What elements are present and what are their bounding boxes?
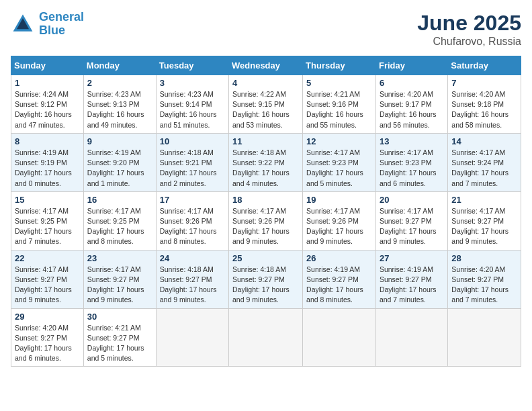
calendar-cell: 15Sunrise: 4:17 AM Sunset: 9:25 PM Dayli… [11, 191, 84, 250]
header: General Blue June 2025 Chufarovo, Russia [11, 11, 521, 48]
calendar-cell: 8Sunrise: 4:19 AM Sunset: 9:19 PM Daylig… [11, 133, 84, 191]
logo-text: General Blue [39, 11, 84, 38]
day-info: Sunrise: 4:17 AM Sunset: 9:23 PM Dayligh… [306, 148, 372, 189]
day-number: 28 [451, 253, 517, 263]
calendar-cell: 14Sunrise: 4:17 AM Sunset: 9:24 PM Dayli… [448, 133, 521, 191]
calendar-cell: 10Sunrise: 4:18 AM Sunset: 9:21 PM Dayli… [156, 133, 228, 191]
day-number: 2 [87, 78, 152, 88]
day-number: 4 [232, 78, 299, 88]
day-info: Sunrise: 4:20 AM Sunset: 9:17 PM Dayligh… [380, 89, 444, 130]
calendar-cell: 21Sunrise: 4:17 AM Sunset: 9:27 PM Dayli… [448, 191, 521, 250]
calendar-cell: 13Sunrise: 4:17 AM Sunset: 9:23 PM Dayli… [375, 133, 447, 191]
day-number: 1 [15, 78, 80, 88]
day-number: 24 [160, 253, 225, 263]
calendar-cell: 9Sunrise: 4:19 AM Sunset: 9:20 PM Daylig… [83, 133, 156, 191]
calendar-cell: 5Sunrise: 4:21 AM Sunset: 9:16 PM Daylig… [303, 75, 376, 134]
weekday-header-row: SundayMondayTuesdayWednesdayThursdayFrid… [11, 56, 521, 75]
location-title: Chufarovo, Russia [417, 36, 521, 48]
day-number: 30 [87, 312, 152, 322]
day-number: 20 [380, 195, 444, 205]
calendar-week-1: 1Sunrise: 4:24 AM Sunset: 9:12 PM Daylig… [11, 75, 521, 134]
calendar-cell: 3Sunrise: 4:23 AM Sunset: 9:14 PM Daylig… [156, 75, 228, 134]
calendar-cell: 29Sunrise: 4:20 AM Sunset: 9:27 PM Dayli… [11, 308, 84, 367]
weekday-wednesday: Wednesday [229, 56, 303, 75]
day-info: Sunrise: 4:17 AM Sunset: 9:27 PM Dayligh… [87, 265, 152, 306]
calendar-cell: 26Sunrise: 4:19 AM Sunset: 9:27 PM Dayli… [303, 250, 376, 308]
day-info: Sunrise: 4:17 AM Sunset: 9:26 PM Dayligh… [232, 206, 299, 247]
calendar-body: 1Sunrise: 4:24 AM Sunset: 9:12 PM Daylig… [11, 75, 521, 367]
day-info: Sunrise: 4:19 AM Sunset: 9:20 PM Dayligh… [87, 148, 152, 189]
day-info: Sunrise: 4:20 AM Sunset: 9:27 PM Dayligh… [15, 323, 80, 364]
weekday-thursday: Thursday [303, 56, 376, 75]
day-number: 5 [306, 78, 372, 88]
day-number: 9 [87, 136, 152, 146]
day-number: 27 [380, 253, 444, 263]
day-info: Sunrise: 4:18 AM Sunset: 9:27 PM Dayligh… [232, 265, 299, 306]
calendar-cell [156, 308, 228, 367]
calendar-cell: 12Sunrise: 4:17 AM Sunset: 9:23 PM Dayli… [303, 133, 376, 191]
calendar-cell: 2Sunrise: 4:23 AM Sunset: 9:13 PM Daylig… [83, 75, 156, 134]
day-info: Sunrise: 4:20 AM Sunset: 9:27 PM Dayligh… [451, 265, 517, 306]
day-number: 15 [15, 195, 80, 205]
logo-icon [11, 12, 35, 36]
day-number: 3 [160, 78, 225, 88]
day-info: Sunrise: 4:19 AM Sunset: 9:27 PM Dayligh… [380, 265, 444, 306]
day-number: 10 [160, 136, 225, 146]
day-number: 12 [306, 136, 372, 146]
calendar-cell: 4Sunrise: 4:22 AM Sunset: 9:15 PM Daylig… [229, 75, 303, 134]
day-number: 17 [160, 195, 225, 205]
day-info: Sunrise: 4:22 AM Sunset: 9:15 PM Dayligh… [232, 89, 299, 130]
calendar-week-5: 29Sunrise: 4:20 AM Sunset: 9:27 PM Dayli… [11, 308, 521, 367]
day-info: Sunrise: 4:23 AM Sunset: 9:14 PM Dayligh… [160, 89, 225, 130]
day-number: 14 [451, 136, 517, 146]
calendar-cell: 7Sunrise: 4:20 AM Sunset: 9:18 PM Daylig… [448, 75, 521, 134]
calendar-cell: 18Sunrise: 4:17 AM Sunset: 9:26 PM Dayli… [229, 191, 303, 250]
day-info: Sunrise: 4:17 AM Sunset: 9:24 PM Dayligh… [451, 148, 517, 189]
day-number: 11 [232, 136, 299, 146]
calendar-cell: 22Sunrise: 4:17 AM Sunset: 9:27 PM Dayli… [11, 250, 84, 308]
day-number: 7 [451, 78, 517, 88]
day-number: 18 [232, 195, 299, 205]
calendar-cell: 20Sunrise: 4:17 AM Sunset: 9:27 PM Dayli… [375, 191, 447, 250]
calendar-cell [375, 308, 447, 367]
calendar-cell [229, 308, 303, 367]
weekday-friday: Friday [375, 56, 447, 75]
day-info: Sunrise: 4:17 AM Sunset: 9:25 PM Dayligh… [15, 206, 80, 247]
calendar-week-2: 8Sunrise: 4:19 AM Sunset: 9:19 PM Daylig… [11, 133, 521, 191]
day-number: 29 [15, 312, 80, 322]
calendar-cell [448, 308, 521, 367]
calendar-week-4: 22Sunrise: 4:17 AM Sunset: 9:27 PM Dayli… [11, 250, 521, 308]
day-number: 16 [87, 195, 152, 205]
day-info: Sunrise: 4:17 AM Sunset: 9:26 PM Dayligh… [160, 206, 225, 247]
day-info: Sunrise: 4:20 AM Sunset: 9:18 PM Dayligh… [451, 89, 517, 130]
day-number: 13 [380, 136, 444, 146]
weekday-monday: Monday [83, 56, 156, 75]
day-info: Sunrise: 4:17 AM Sunset: 9:26 PM Dayligh… [306, 206, 372, 247]
day-info: Sunrise: 4:24 AM Sunset: 9:12 PM Dayligh… [15, 89, 80, 130]
calendar-week-3: 15Sunrise: 4:17 AM Sunset: 9:25 PM Dayli… [11, 191, 521, 250]
calendar-table: SundayMondayTuesdayWednesdayThursdayFrid… [11, 56, 521, 367]
calendar-cell: 24Sunrise: 4:18 AM Sunset: 9:27 PM Dayli… [156, 250, 228, 308]
calendar-cell: 6Sunrise: 4:20 AM Sunset: 9:17 PM Daylig… [375, 75, 447, 134]
day-number: 6 [380, 78, 444, 88]
day-number: 22 [15, 253, 80, 263]
logo-line2: Blue [39, 24, 65, 37]
day-info: Sunrise: 4:18 AM Sunset: 9:22 PM Dayligh… [232, 148, 299, 189]
day-number: 25 [232, 253, 299, 263]
day-info: Sunrise: 4:17 AM Sunset: 9:27 PM Dayligh… [451, 206, 517, 247]
weekday-tuesday: Tuesday [156, 56, 228, 75]
calendar-cell: 27Sunrise: 4:19 AM Sunset: 9:27 PM Dayli… [375, 250, 447, 308]
calendar-cell: 1Sunrise: 4:24 AM Sunset: 9:12 PM Daylig… [11, 75, 84, 134]
day-info: Sunrise: 4:17 AM Sunset: 9:27 PM Dayligh… [15, 265, 80, 306]
day-number: 23 [87, 253, 152, 263]
calendar-cell: 11Sunrise: 4:18 AM Sunset: 9:22 PM Dayli… [229, 133, 303, 191]
day-info: Sunrise: 4:17 AM Sunset: 9:23 PM Dayligh… [380, 148, 444, 189]
day-info: Sunrise: 4:18 AM Sunset: 9:21 PM Dayligh… [160, 148, 225, 189]
day-number: 8 [15, 136, 80, 146]
weekday-sunday: Sunday [11, 56, 84, 75]
month-title: June 2025 [417, 11, 521, 36]
calendar-cell [303, 308, 376, 367]
calendar-cell: 30Sunrise: 4:21 AM Sunset: 9:27 PM Dayli… [83, 308, 156, 367]
day-info: Sunrise: 4:21 AM Sunset: 9:27 PM Dayligh… [87, 323, 152, 364]
day-info: Sunrise: 4:17 AM Sunset: 9:27 PM Dayligh… [380, 206, 444, 247]
